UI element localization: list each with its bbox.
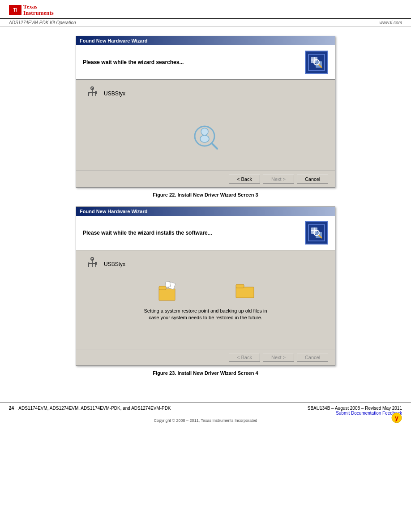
wizard-search-area (85, 110, 326, 164)
usb-icon-1 (85, 86, 99, 101)
doc-title: ADS1274EVM-PDK Kit Operation (9, 20, 76, 25)
website: www.ti.com (379, 20, 402, 25)
wizard-footer-2: < Back Next > Cancel (76, 349, 335, 365)
svg-point-17 (200, 135, 209, 142)
ti-y-logo-footer: y (391, 412, 402, 423)
wizard-header-2: Please wait while the wizard installs th… (76, 216, 335, 250)
page-footer: 24 ADS1174EVM, ADS1274EVM, ADS1174EVM-PD… (0, 403, 411, 425)
wizard-usb-row-1: USBStyx (85, 86, 326, 101)
wizard-dialog-2: Found New Hardware Wizard Please wait wh… (76, 206, 335, 366)
usb-label-2: USBStyx (104, 261, 125, 267)
cancel-button-1[interactable]: Cancel (297, 175, 328, 184)
wizard-header-1: Please wait while the wizard searches... (76, 45, 335, 80)
wizard-icon-1 (305, 51, 328, 74)
figure-22-caption: Figure 22. Install New Driver Wizard Scr… (27, 192, 384, 197)
search-person-icon (192, 124, 219, 150)
footer-doc-id: SBAU134B – August 2008 – Revised May 201… (308, 406, 402, 411)
svg-line-19 (212, 143, 217, 149)
wizard-body-2: USBStyx Setting (76, 250, 335, 349)
svg-rect-35 (159, 286, 166, 290)
usb-icon-2 (85, 257, 99, 272)
back-button-2[interactable]: < Back (229, 353, 260, 362)
svg-rect-39 (236, 284, 244, 288)
wizard-header-text-2: Please wait while the wizard installs th… (83, 230, 212, 236)
cancel-button-2[interactable]: Cancel (297, 353, 328, 362)
install-text: Setting a system restore point and backi… (85, 308, 326, 322)
wizard-icon-2 (305, 221, 328, 245)
flying-folder-icon (157, 281, 181, 303)
install-icons-row (85, 281, 326, 303)
svg-point-16 (201, 128, 208, 135)
svg-rect-37 (165, 281, 171, 287)
figure-23-caption: Figure 23. Install New Driver Wizard Scr… (27, 370, 384, 376)
page-number: 24 (9, 406, 14, 411)
wizard-body-1: USBStyx (76, 80, 335, 171)
back-button-1[interactable]: < Back (229, 175, 260, 184)
page-header: TI Texas Instruments (0, 0, 411, 19)
svg-rect-38 (236, 287, 254, 298)
svg-text:y: y (395, 414, 398, 421)
footer-top: 24 ADS1174EVM, ADS1274EVM, ADS1174EVM-PD… (9, 406, 402, 416)
sub-header: ADS1274EVM-PDK Kit Operation www.ti.com (0, 19, 411, 27)
wizard-dialog-1: Found New Hardware Wizard Please wait wh… (76, 36, 335, 188)
footer-copyright: Copyright © 2008 – 2011, Texas Instrumen… (9, 418, 402, 423)
footer-left: 24 ADS1174EVM, ADS1274EVM, ADS1174EVM-PD… (9, 406, 171, 411)
footer-doc-description: ADS1174EVM, ADS1274EVM, ADS1174EVM-PDK, … (18, 406, 171, 411)
wizard-usb-row-2: USBStyx (85, 257, 326, 272)
folder-icon (235, 281, 255, 299)
ti-logo-icon: TI (9, 5, 21, 15)
svg-rect-34 (159, 289, 175, 300)
next-button-1[interactable]: Next > (263, 175, 294, 184)
next-button-2[interactable]: Next > (263, 353, 294, 362)
wizard-footer-1: < Back Next > Cancel (76, 171, 335, 187)
page-content: Found New Hardware Wizard Please wait wh… (0, 27, 411, 394)
wizard-header-text-1: Please wait while the wizard searches... (83, 59, 184, 65)
svg-text:TI: TI (13, 8, 17, 13)
ti-logo: TI Texas Instruments (9, 4, 54, 17)
ti-logo-text: Texas Instruments (23, 4, 54, 17)
wizard-title-bar-2: Found New Hardware Wizard (76, 207, 335, 216)
usb-label-1: USBStyx (104, 90, 125, 97)
footer-right: SBAU134B – August 2008 – Revised May 201… (308, 406, 402, 416)
wizard-title-bar-1: Found New Hardware Wizard (76, 36, 335, 45)
